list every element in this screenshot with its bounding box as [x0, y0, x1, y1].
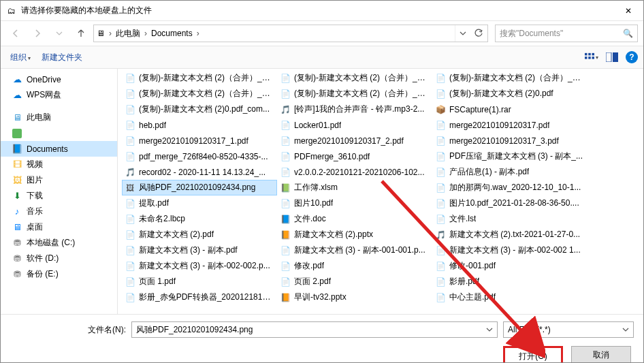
file-item[interactable]: 📄merge20210109120317_2.pdf: [277, 133, 432, 148]
file-item[interactable]: 📄merge20210109120317.pdf: [432, 117, 587, 133]
address-dropdown[interactable]: [455, 25, 470, 42]
file-item[interactable]: 📄文件.lst: [432, 211, 587, 227]
back-button[interactable]: [6, 24, 25, 43]
filename-input[interactable]: 风驰PDF_20210201092434.png: [131, 321, 498, 338]
sidebar-item-12[interactable]: ⛃备份 (E:): [1, 266, 117, 282]
file-item[interactable]: 📄(复制)-新建文本文档 (2)0.pdf_com...: [122, 101, 277, 117]
sidebar-item-10[interactable]: ⛃本地磁盘 (C:): [1, 235, 117, 251]
breadcrumb-documents[interactable]: Documents: [148, 25, 195, 42]
file-item[interactable]: 📄pdf_merge_726f84e0-8520-4335-...: [122, 148, 277, 164]
file-item[interactable]: 🎵[铃声]1我的合并声音 - 铃声.mp3-2...: [277, 101, 432, 117]
file-item[interactable]: 📄merge20210109120317_1.pdf: [122, 133, 277, 148]
file-name: (复制)-新建文本文档 (2)（合并）_加...: [139, 72, 274, 84]
filename-value: 风驰PDF_20210201092434.png: [136, 324, 253, 336]
sidebar: ☁OneDrive☁WPS网盘🖥此电脑📘Documents🎞视频🖼图片⬇下载♪音…: [1, 69, 118, 314]
sidebar-item-5[interactable]: 🎞视频: [1, 157, 117, 172]
file-item[interactable]: 📄修改.pdf: [277, 258, 432, 274]
sidebar-item-3[interactable]: [1, 125, 117, 141]
file-name: PDFmerge_3610.pdf: [294, 152, 370, 161]
help-button[interactable]: ?: [626, 51, 638, 63]
file-item[interactable]: 📄新建文本文档 (3) - 副本-001-001.p...: [277, 242, 432, 258]
file-item[interactable]: 📄页面 2.pdf: [277, 274, 432, 289]
file-item[interactable]: 📄(复制)-新建文本文档 (2)0.pdf: [432, 86, 587, 101]
pdf-icon: 📄: [435, 120, 446, 131]
recent-dropdown[interactable]: [50, 24, 69, 43]
address-bar[interactable]: 🖥 › 此电脑 › Documents ›: [93, 25, 488, 42]
file-item[interactable]: 📄新建文本文档 (3) - 副本-002-002 1...: [432, 242, 587, 258]
pdf-icon: 📄: [125, 292, 135, 303]
sidebar-item-6[interactable]: 🖼图片: [1, 172, 117, 188]
newfolder-button[interactable]: 新建文件夹: [37, 49, 86, 66]
breadcrumb-pc[interactable]: 此电脑: [113, 25, 143, 42]
file-item[interactable]: 📄PDF压缩_新建文本文档 (3) - 副本_...: [432, 148, 587, 164]
file-item[interactable]: 📄图片10.pdf_2021-01-28-08-36-50....: [432, 195, 587, 211]
file-item[interactable]: 📄未命名2.lbcp: [122, 211, 277, 227]
file-item[interactable]: 📄(复制)-新建文本文档 (2)（合并）_加...: [432, 70, 587, 86]
file-item[interactable]: 📄加的那两句.wav_2020-12-10_10-1...: [432, 180, 587, 195]
file-name: (复制)-新建文本文档 (2)（合并）_加...: [449, 72, 585, 84]
file-item[interactable]: 📄(复制)-新建文本文档 (2)（合并）_已...: [122, 86, 277, 101]
chevron-down-icon: [622, 326, 629, 333]
file-name: 新建文本文档 (2).pdf: [139, 229, 214, 240]
sidebar-item-1[interactable]: ☁WPS网盘: [1, 87, 117, 103]
sidebar-item-4[interactable]: 📘Documents: [1, 141, 117, 157]
file-item[interactable]: 📦FSCapture(1).rar: [432, 101, 587, 117]
file-item[interactable]: 📙新建文本文档 (2).pptx: [277, 227, 432, 242]
file-item[interactable]: 📄新建文本文档 (3) - 副本-002-002.p...: [122, 258, 277, 274]
search-input[interactable]: 搜索"Documents" 🔍: [495, 25, 638, 42]
file-item[interactable]: 📄(复制)-新建文本文档 (2)（合并）_加...: [122, 70, 277, 86]
file-item[interactable]: 📄v2.0.0.2-20210121-20210206-102...: [277, 164, 432, 180]
file-item[interactable]: 🖼风驰PDF_20210201092434.png: [122, 180, 277, 195]
pdf-icon: 📄: [435, 89, 446, 99]
file-item[interactable]: 🎵新建文本文档 (2).txt-2021-01-27-0...: [432, 227, 587, 242]
file-item[interactable]: 📄图片10.pdf: [277, 195, 432, 211]
file-item[interactable]: 📄新建文本文档 (3) - 副本.pdf: [122, 242, 277, 258]
file-item[interactable]: 📄影册_赤兔PDF转换器_20201218102...: [122, 289, 277, 305]
file-item[interactable]: 📄修改-001.pdf: [432, 258, 587, 274]
file-item[interactable]: 📗工作簿.xlsm: [277, 180, 432, 195]
organize-menu[interactable]: 组织: [6, 49, 35, 66]
chevron-right-icon: ›: [143, 29, 148, 38]
view-menu[interactable]: [585, 50, 598, 64]
file-name: 页面 2.pdf: [294, 276, 331, 287]
cancel-button[interactable]: 取消: [571, 346, 631, 363]
forward-button[interactable]: [28, 24, 47, 43]
preview-toggle[interactable]: [605, 50, 619, 64]
file-item[interactable]: 📄新建文本文档 (2).pdf: [122, 227, 277, 242]
sidebar-item-7[interactable]: ⬇下载: [1, 188, 117, 204]
file-item[interactable]: 📘文件.doc: [277, 211, 432, 227]
img-icon: 🖼: [125, 183, 135, 193]
sidebar-item-2[interactable]: 🖥此电脑: [1, 110, 117, 125]
close-button[interactable]: ✕: [613, 1, 643, 20]
file-item[interactable]: 📄heb.pdf: [122, 117, 277, 133]
sidebar-item-8[interactable]: ♪音乐: [1, 204, 117, 219]
file-item[interactable]: 📄中心主题.pdf: [432, 289, 587, 305]
file-name: Locker01.pdf: [294, 121, 341, 130]
file-item[interactable]: 📄Locker01.pdf: [277, 117, 432, 133]
file-item[interactable]: 🎵record02 - 2020-11-11 14.13.24_...: [122, 164, 277, 180]
sidebar-item-0[interactable]: ☁OneDrive: [1, 72, 117, 87]
sidebar-item-label: 桌面: [27, 221, 43, 233]
file-name: merge20210109120317_2.pdf: [294, 136, 404, 146]
up-button[interactable]: [71, 24, 91, 43]
file-item[interactable]: 📄(复制)-新建文本文档 (2)（合并）_加...: [277, 70, 432, 86]
file-item[interactable]: 📄PDFmerge_3610.pdf: [277, 148, 432, 164]
sidebar-item-label: 软件 (D:): [27, 253, 59, 264]
ppt-icon: 📙: [280, 230, 291, 240]
sidebar-item-9[interactable]: 🖥桌面: [1, 219, 117, 235]
file-item[interactable]: 📄产品信息(1) - 副本.pdf: [432, 164, 587, 180]
pdf-icon: 📄: [125, 245, 135, 256]
filetype-filter[interactable]: All Files(*.*): [503, 321, 634, 338]
file-item[interactable]: 📙早训-tv32.pptx: [277, 289, 432, 305]
refresh-button[interactable]: [470, 25, 487, 42]
open-button[interactable]: 打开(O): [503, 346, 563, 363]
file-item[interactable]: 📄影册.pdf: [432, 274, 587, 289]
sidebar-item-11[interactable]: ⛃软件 (D:): [1, 251, 117, 266]
file-item[interactable]: 📄merge20210109120317_3.pdf: [432, 133, 587, 148]
file-item[interactable]: 📄(复制)-新建文本文档 (2)（合并）_已...: [277, 86, 432, 101]
file-item[interactable]: 📄提取.pdf: [122, 195, 277, 211]
mp3-icon: 🎵: [280, 104, 291, 115]
file-pane[interactable]: 📄(复制)-新建文本文档 (2)（合并）_加...📄(复制)-新建文本文档 (2…: [118, 69, 643, 314]
doc-icon: 📘: [280, 214, 291, 225]
file-item[interactable]: 📄页面 1.pdf: [122, 274, 277, 289]
